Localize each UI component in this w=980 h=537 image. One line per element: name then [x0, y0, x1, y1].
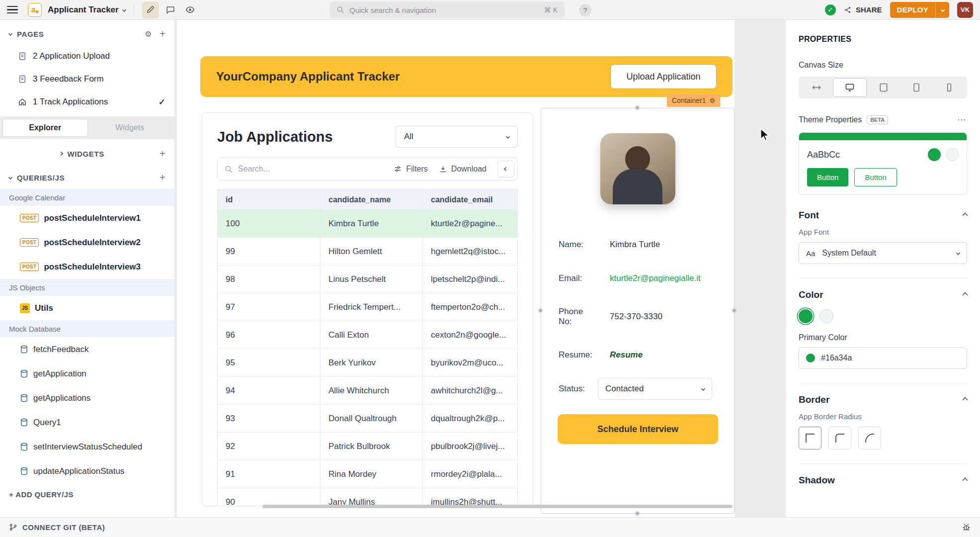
- query-label: setInterviewStatusScheduled: [33, 442, 142, 452]
- status-filter-select[interactable]: All: [396, 126, 518, 148]
- query-setInterviewStatusScheduled[interactable]: setInterviewStatusScheduled: [0, 435, 174, 459]
- background-color-swatch[interactable]: [819, 309, 833, 323]
- resize-handle-left[interactable]: [538, 308, 543, 313]
- deploy-button[interactable]: DEPLOY: [890, 2, 949, 18]
- quick-search-input[interactable]: [349, 6, 539, 14]
- table-row[interactable]: 99Hilton Gemletthgemlett2q@istoc...: [218, 238, 517, 266]
- table-row[interactable]: 97Friedrick Tempert...ftemperton2o@ch...: [218, 293, 517, 321]
- table-row[interactable]: 98Linus Petscheltlpetschelt2p@indi...: [218, 266, 517, 293]
- page-icon: [18, 75, 27, 84]
- widget-settings-gear-icon[interactable]: ⚙: [710, 97, 716, 104]
- canvas-size-fluid[interactable]: [800, 78, 833, 97]
- theme-preview-card[interactable]: AaBbCc Button Button: [799, 132, 967, 195]
- query-fetchFeedback[interactable]: fetchFeedback: [0, 337, 174, 361]
- query-getApplication[interactable]: getApplication: [0, 361, 174, 386]
- quick-search[interactable]: ⌘ K: [329, 1, 565, 18]
- share-button[interactable]: SHARE: [844, 5, 882, 14]
- radius-sharp-option[interactable]: [799, 427, 821, 449]
- column-header-id[interactable]: id: [218, 190, 321, 209]
- add-page-button[interactable]: +: [160, 29, 165, 39]
- resize-handle-right[interactable]: [732, 308, 736, 313]
- preview-button[interactable]: [182, 1, 199, 18]
- tab-widgets[interactable]: Widgets: [88, 119, 172, 137]
- app-title[interactable]: Applicant Tracker: [48, 5, 119, 15]
- edit-mode-button[interactable]: [142, 1, 159, 18]
- widgets-collapse-chevron[interactable]: [59, 152, 63, 156]
- selected-widget-tag[interactable]: Container1 ⚙: [667, 94, 720, 107]
- query-updateApplicationStatus[interactable]: updateApplicationStatus: [0, 459, 174, 483]
- add-widget-button[interactable]: +: [160, 149, 165, 159]
- radius-rounded-option[interactable]: [828, 427, 851, 449]
- font-section-header[interactable]: Font: [799, 210, 967, 221]
- top-bar: a Applicant Tracker ⌘ K ? ✓ SHARE DEPLOY…: [0, 0, 980, 20]
- query-query1[interactable]: Query1: [0, 410, 174, 435]
- js-object-utils[interactable]: JS Utils: [0, 296, 174, 320]
- resume-link[interactable]: Resume: [610, 350, 643, 360]
- primary-color-field[interactable]: #16a34a: [799, 347, 967, 369]
- connect-git-label: CONNECT GIT (BETA): [22, 523, 105, 532]
- collapse-pane-button[interactable]: [497, 161, 514, 178]
- tab-explorer[interactable]: Explorer: [2, 119, 88, 137]
- queries-collapse-chevron[interactable]: [8, 176, 12, 179]
- table-row[interactable]: 100Kimbra Turtlekturtle2r@pagine...: [218, 210, 517, 238]
- candidate-detail-container[interactable]: Name: Kimbra Turtle Email: kturtle2r@pag…: [541, 108, 735, 514]
- app-font-select[interactable]: Aa System Default: [799, 242, 967, 264]
- table-row[interactable]: 96Calli Extoncexton2n@google...: [218, 321, 517, 349]
- user-avatar[interactable]: VK: [957, 2, 973, 18]
- horizontal-scrollbar[interactable]: [262, 505, 733, 508]
- canvas-size-desktop[interactable]: [833, 78, 867, 97]
- resize-handle-top[interactable]: [635, 105, 640, 110]
- table-row[interactable]: 94Allie Whitchurchawhitchurch2l@g...: [218, 377, 517, 405]
- radius-round-option[interactable]: [858, 427, 881, 449]
- border-section-header[interactable]: Border: [799, 394, 967, 405]
- schedule-interview-button[interactable]: Schedule Interview: [558, 414, 718, 444]
- chevron-up-icon: [962, 292, 968, 297]
- email-value[interactable]: kturtle2r@paginegialle.it: [610, 273, 701, 283]
- add-query-button[interactable]: +: [160, 173, 165, 182]
- color-section-header[interactable]: Color: [799, 289, 967, 300]
- table-row[interactable]: 90Jany Mullinsjmullins2h@shutt...: [218, 488, 517, 506]
- sidebar-page-application-upload[interactable]: 2 Application Upload: [0, 45, 174, 68]
- tablet-large-icon: [879, 83, 889, 92]
- theme-menu-button[interactable]: ⋯: [957, 114, 967, 125]
- column-header-candidate-email[interactable]: candidate_email: [423, 190, 517, 209]
- table-row[interactable]: 92Patrick Bulbrookpbulbrook2j@livej...: [218, 433, 517, 460]
- sidebar-page-track-applications[interactable]: 1 Track Applications ✓: [0, 90, 174, 113]
- debug-button[interactable]: [962, 523, 971, 532]
- app-title-chevron-down-icon[interactable]: [122, 7, 126, 11]
- query-postScheduleInterview2[interactable]: POST postScheduleInterview2: [0, 230, 174, 255]
- pages-collapse-chevron[interactable]: [8, 32, 12, 36]
- query-getApplications[interactable]: getApplications: [0, 386, 174, 410]
- table-row[interactable]: 91Rina Mordeyrmordey2i@plala...: [218, 460, 517, 488]
- connect-git-button[interactable]: CONNECT GIT (BETA): [9, 523, 105, 532]
- help-button[interactable]: ?: [579, 4, 591, 16]
- add-query-js-button[interactable]: + ADD QUERY/JS: [0, 483, 174, 506]
- sidebar-page-feedback-form[interactable]: 3 Feeedback Form: [0, 68, 174, 90]
- canvas-size-tablet[interactable]: [900, 78, 933, 97]
- app-header-banner: YourCompany Applicant Tracker Upload App…: [200, 56, 733, 97]
- canvas-size-mobile[interactable]: [933, 78, 966, 97]
- status-select[interactable]: Contacted: [598, 378, 712, 400]
- column-header-candidate-name[interactable]: candidate_name: [321, 190, 423, 209]
- resize-handle-bottom[interactable]: [635, 511, 640, 516]
- pages-settings-gear-icon[interactable]: ⚙: [145, 29, 152, 39]
- query-postScheduleInterview1[interactable]: POST postScheduleInterview1: [0, 206, 174, 230]
- table-search-input[interactable]: [238, 165, 389, 174]
- upload-application-button[interactable]: Upload Application: [610, 64, 717, 89]
- shadow-section-header[interactable]: Shadow: [799, 475, 967, 486]
- primary-color-swatch[interactable]: [799, 309, 813, 323]
- query-postScheduleInterview3[interactable]: POST postScheduleInterview3: [0, 255, 174, 279]
- explorer-widgets-tabs: Explorer Widgets: [0, 116, 174, 139]
- primary-color-value: #16a34a: [821, 354, 852, 362]
- comments-button[interactable]: [162, 1, 179, 18]
- table-row[interactable]: 93Donall Qualtroughdqualtrough2k@p...: [218, 405, 517, 433]
- chevron-down-icon: [956, 251, 960, 255]
- table-row[interactable]: 95Berk Yurikovbyurikov2m@uco...: [218, 349, 517, 377]
- canvas-size-tablet-large[interactable]: [867, 78, 899, 97]
- question-icon: ?: [583, 6, 587, 14]
- deploy-dropdown[interactable]: [935, 2, 949, 18]
- share-label: SHARE: [856, 5, 882, 14]
- hamburger-menu-icon[interactable]: [7, 6, 18, 14]
- filters-button[interactable]: Filters: [394, 165, 428, 174]
- download-button[interactable]: Download: [439, 165, 487, 174]
